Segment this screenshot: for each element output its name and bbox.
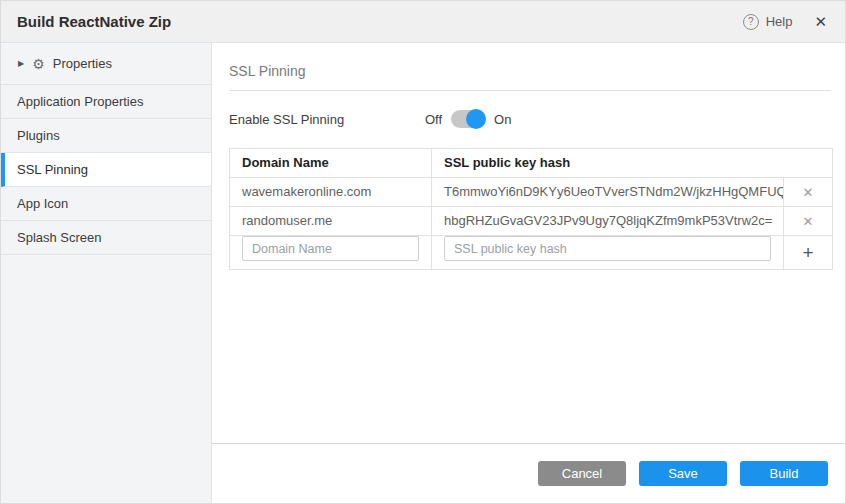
close-icon[interactable]: ✕	[812, 12, 829, 31]
main-panel: SSL Pinning Enable SSL Pinning Off On Do…	[212, 43, 845, 503]
sidebar-item-plugins[interactable]: Plugins	[1, 119, 211, 153]
help-button[interactable]: ? Help	[743, 14, 793, 30]
toggle-group: Off On	[425, 110, 511, 128]
cancel-button[interactable]: Cancel	[538, 461, 626, 486]
ssl-pinning-toggle[interactable]	[451, 110, 485, 128]
row-actions: +	[784, 236, 832, 269]
delete-row-icon[interactable]: ✕	[803, 215, 814, 228]
dialog-title: Build ReactNative Zip	[17, 13, 171, 30]
gear-icon: ⚙	[32, 57, 45, 71]
dialog-footer: Cancel Save Build	[212, 443, 845, 503]
sidebar-item-splash-screen[interactable]: Splash Screen	[1, 221, 211, 255]
dialog-header: Build ReactNative Zip ? Help ✕	[1, 1, 845, 43]
delete-row-icon[interactable]: ✕	[803, 186, 814, 199]
sidebar-item-label: Properties	[53, 56, 112, 71]
add-row-icon[interactable]: +	[802, 243, 813, 262]
hash-cell: hbgRHZuGvaGV23JPv9Ugy7Q8ljqKZfm9mkP53Vtr…	[432, 207, 784, 235]
ssl-key-hash-input[interactable]	[444, 236, 771, 261]
enable-ssl-pinning-row: Enable SSL Pinning Off On	[229, 110, 831, 128]
domain-cell: randomuser.me	[230, 207, 432, 235]
hash-cell: T6mmwoYi6nD9KYy6UeoTVverSTNdm2W/jkzHHgQM…	[432, 178, 784, 206]
column-header-hash: SSL public key hash	[432, 149, 832, 177]
domain-name-input[interactable]	[242, 236, 419, 261]
help-label: Help	[766, 14, 793, 29]
expand-arrow-icon[interactable]: ▶	[18, 59, 24, 68]
save-button[interactable]: Save	[639, 461, 727, 486]
row-actions: ✕	[784, 207, 832, 235]
help-icon: ?	[743, 14, 759, 30]
enable-ssl-pinning-label: Enable SSL Pinning	[229, 112, 425, 127]
domain-input-cell	[230, 236, 432, 269]
toggle-on-label: On	[494, 112, 511, 127]
ssl-pinning-panel: SSL Pinning Enable SSL Pinning Off On Do…	[212, 43, 845, 443]
toggle-knob	[466, 109, 486, 129]
add-entry-row: +	[230, 235, 832, 269]
build-reactnative-zip-dialog: Build ReactNative Zip ? Help ✕ ▶ ⚙ Prope…	[0, 0, 846, 504]
column-header-domain: Domain Name	[230, 149, 432, 177]
section-divider	[229, 90, 831, 91]
hash-input-cell	[432, 236, 784, 269]
sidebar: ▶ ⚙ Properties Application Properties Pl…	[1, 43, 212, 503]
table-header-row: Domain Name SSL public key hash	[230, 149, 832, 177]
sidebar-item-app-icon[interactable]: App Icon	[1, 187, 211, 221]
table-row: randomuser.me hbgRHZuGvaGV23JPv9Ugy7Q8lj…	[230, 206, 832, 235]
ssl-pinning-table: Domain Name SSL public key hash wavemake…	[229, 148, 833, 270]
section-title: SSL Pinning	[229, 63, 831, 79]
toggle-off-label: Off	[425, 112, 442, 127]
build-button[interactable]: Build	[740, 461, 828, 486]
table-row: wavemakeronline.com T6mmwoYi6nD9KYy6UeoT…	[230, 177, 832, 206]
sidebar-item-ssl-pinning[interactable]: SSL Pinning	[1, 153, 211, 187]
sidebar-item-application-properties[interactable]: Application Properties	[1, 85, 211, 119]
domain-cell: wavemakeronline.com	[230, 178, 432, 206]
sidebar-item-properties[interactable]: ▶ ⚙ Properties	[1, 43, 211, 85]
row-actions: ✕	[784, 178, 832, 206]
